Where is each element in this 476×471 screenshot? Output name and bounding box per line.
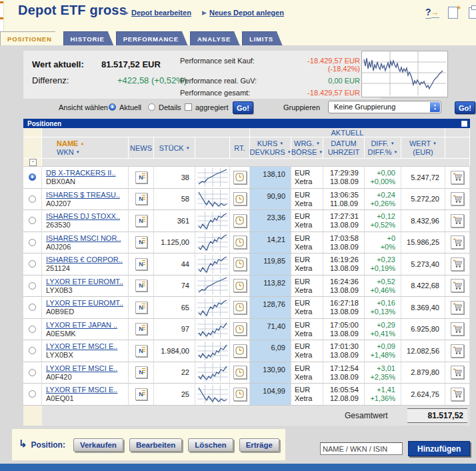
news-icon[interactable]: N (135, 366, 147, 378)
order-cart-icon[interactable] (451, 344, 464, 358)
wkn-isin-input[interactable] (320, 442, 403, 455)
intraday-time-icon[interactable] (233, 301, 247, 314)
print-icon[interactable] (469, 6, 476, 19)
position-select-cell (23, 232, 42, 254)
news-icon[interactable]: N (135, 258, 147, 270)
position-radio[interactable] (29, 390, 36, 398)
bearbeiten-button[interactable]: Bearbeiten (129, 438, 182, 452)
aggregiert-checkbox[interactable] (185, 103, 192, 111)
intraday-time-icon[interactable] (233, 171, 247, 184)
intraday-time-icon[interactable] (233, 322, 247, 336)
position-kurs-cell: 130,90 (250, 362, 291, 384)
hinzufuegen-button[interactable]: Hinzufügen (408, 441, 470, 456)
column-header-stueck[interactable]: STÜCK▼ (154, 137, 195, 159)
intraday-time-icon[interactable] (233, 388, 247, 401)
order-cart-icon[interactable] (451, 214, 464, 227)
position-radio[interactable] (29, 282, 36, 290)
gruppieren-go-button[interactable]: Go! (455, 101, 475, 114)
column-header-wrg[interactable]: WRG.▼ BÖRSE▼ (291, 137, 323, 159)
loeschen-button[interactable]: Löschen (188, 438, 233, 452)
new-depot-icon[interactable]: + (448, 6, 458, 19)
minimize-panel-icon[interactable] (461, 121, 467, 127)
position-name-link[interactable]: LYXOR ETF MSCI E.. (46, 342, 117, 350)
news-icon[interactable]: N (135, 280, 147, 292)
position-radio[interactable] (29, 304, 36, 311)
news-icon[interactable]: N (135, 302, 147, 314)
column-header-kurs[interactable]: KURS▼ DEVKURS▼ (250, 137, 291, 159)
verkaufen-button[interactable]: Verkaufen (73, 438, 123, 452)
position-rt-cell (230, 384, 250, 406)
ansicht-go-button[interactable]: Go! (233, 101, 253, 114)
position-radio[interactable] (29, 260, 36, 268)
order-cart-icon[interactable] (451, 388, 464, 401)
position-rt-cell (230, 167, 250, 189)
tab-performance[interactable]: PERFORMANCE (116, 31, 188, 46)
tab-positionen[interactable]: POSITIONEN (0, 31, 61, 46)
neues-depot-link[interactable]: Neues Depot anlegen (209, 9, 284, 17)
collapse-group-icon[interactable]: - (29, 159, 37, 166)
position-name-link[interactable]: ISHARES $ TREASU.. (46, 191, 120, 199)
order-cart-icon[interactable] (451, 366, 464, 379)
tab-historie[interactable]: HISTORIE (63, 31, 114, 46)
position-wrg-cell: EURXetra (291, 319, 323, 341)
intraday-time-icon[interactable] (233, 366, 247, 379)
news-icon[interactable]: N (135, 323, 147, 335)
news-icon[interactable]: N (135, 215, 147, 227)
news-icon[interactable]: N (135, 171, 147, 183)
column-header-datum[interactable]: DATUM UHRZEIT (323, 137, 365, 159)
position-name-link[interactable]: LYXOR ETF EUROMT.. (46, 299, 123, 307)
position-rt-cell (230, 232, 250, 254)
tab-analyse[interactable]: ANALYSE (190, 31, 240, 46)
ertraege-button[interactable]: Erträge (239, 438, 279, 452)
gesamtwert-label: Gesamtwert (323, 406, 401, 426)
tab-limits[interactable]: LIMITS (242, 31, 283, 46)
help-icon[interactable]: ?→ (425, 6, 439, 19)
order-cart-icon[interactable] (451, 322, 464, 336)
position-name-link[interactable]: ISHARES DJ STOXX.. (46, 212, 120, 220)
position-name-link[interactable]: LYXOR ETF MSCI E.. (46, 386, 117, 394)
column-header-diff[interactable]: DIFF.▼ DIFF.%▼ (365, 137, 401, 159)
column-header-news[interactable]: NEWS (129, 137, 154, 159)
position-rt-cell (230, 340, 250, 362)
position-radio[interactable] (29, 369, 36, 376)
aktuell-radio[interactable] (109, 103, 116, 111)
position-radio[interactable] (29, 326, 36, 333)
position-radio[interactable] (29, 239, 36, 246)
column-header-name-wkn[interactable]: NAME▲ WKN▼ (42, 137, 129, 159)
position-name-link[interactable]: LYXOR ETF JAPAN .. (46, 321, 117, 329)
depot-bearbeiten-link[interactable]: Depot bearbeiten (131, 9, 191, 17)
position-name-link[interactable]: ISHARES MSCI NOR.. (46, 234, 121, 242)
news-icon[interactable]: N (135, 388, 147, 400)
column-header-wert[interactable]: WERT▼ (EUR) (401, 137, 445, 159)
details-radio[interactable] (148, 103, 155, 111)
position-radio[interactable] (29, 173, 36, 181)
order-cart-icon[interactable] (451, 171, 464, 184)
order-cart-icon[interactable] (451, 258, 464, 271)
order-cart-icon[interactable] (451, 279, 464, 292)
position-radio[interactable] (29, 195, 36, 203)
position-news-cell: N (129, 167, 154, 189)
position-name-link[interactable]: ISHARES € CORPOR.. (46, 256, 123, 264)
news-icon[interactable]: N (135, 345, 147, 357)
order-cart-icon[interactable] (451, 192, 464, 205)
order-cart-icon[interactable] (451, 301, 464, 314)
position-name-link[interactable]: LYXOR ETF EUROMT.. (46, 278, 123, 286)
intraday-time-icon[interactable] (233, 344, 247, 358)
news-icon[interactable]: N (135, 193, 147, 205)
intraday-time-icon[interactable] (233, 258, 247, 271)
position-radio[interactable] (29, 347, 36, 354)
order-cart-icon[interactable] (451, 235, 464, 249)
column-header-rt[interactable]: RT. (230, 137, 250, 159)
position-radio[interactable] (29, 217, 36, 224)
news-icon[interactable]: N (135, 236, 147, 248)
gruppierung-select[interactable]: Keine Gruppierung ▲▼ (328, 101, 441, 113)
intraday-time-icon[interactable] (233, 214, 247, 227)
position-name-link[interactable]: LYXOR ETF MSCI E.. (46, 364, 117, 372)
position-rt-cell (230, 297, 250, 319)
content-area: Wert aktuell: 81.517,52 EUR Differenz: +… (0, 45, 476, 464)
edge-tick (0, 1, 3, 3)
intraday-time-icon[interactable] (233, 235, 247, 249)
position-name-link[interactable]: DB X-TRACKERS II.. (46, 169, 116, 177)
intraday-time-icon[interactable] (233, 279, 247, 292)
intraday-time-icon[interactable] (233, 192, 247, 205)
